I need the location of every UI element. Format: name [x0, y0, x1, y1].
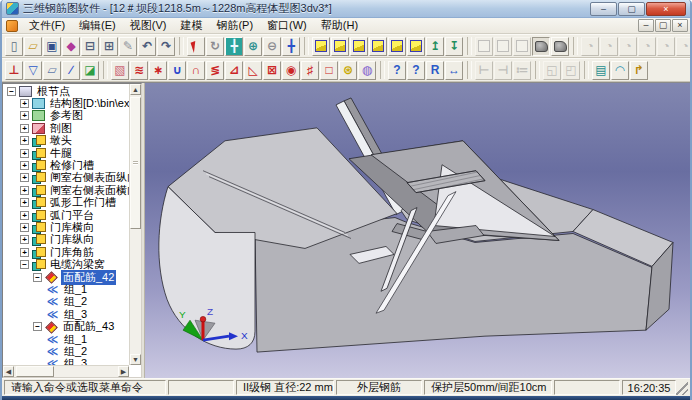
query-1-button[interactable]: ?: [388, 61, 406, 80]
expand-icon[interactable]: +: [20, 223, 29, 232]
scroll-down-icon[interactable]: ▼: [130, 354, 141, 365]
pour-1-button[interactable]: ◔: [581, 37, 599, 56]
view-top-button[interactable]: [407, 37, 425, 56]
view-manager-button[interactable]: ◆: [62, 37, 80, 56]
collapse-icon[interactable]: −: [33, 273, 42, 282]
menu-item-5[interactable]: 窗口(W): [260, 17, 314, 34]
funnel-button[interactable]: ▽: [24, 61, 42, 80]
expand-icon[interactable]: +: [20, 99, 29, 108]
pan-button[interactable]: ╋: [282, 37, 300, 56]
pour-4-button[interactable]: ◔: [638, 37, 656, 56]
menu-item-3[interactable]: 建模: [173, 17, 209, 34]
arch-rebar-button[interactable]: ∩: [187, 61, 205, 80]
layer-edit-button[interactable]: ◪: [81, 61, 99, 80]
save-button[interactable]: ▣: [43, 37, 61, 56]
menu-item-0[interactable]: 文件(F): [22, 17, 72, 34]
view-back-button[interactable]: [350, 37, 368, 56]
mdi-minimize-button[interactable]: –: [638, 19, 654, 32]
rebar-radial-button[interactable]: ∗: [149, 61, 167, 80]
maximize-button[interactable]: ▢: [618, 2, 645, 16]
open-folder-button[interactable]: ▱: [24, 37, 42, 56]
collapse-icon[interactable]: −: [33, 322, 42, 331]
expand-icon[interactable]: +: [20, 173, 29, 182]
pour-6-button[interactable]: ◔: [676, 37, 690, 56]
comb-rebar-button[interactable]: ♯: [301, 61, 319, 80]
scrollbar-thumb[interactable]: [130, 97, 141, 229]
tree-vertical-scrollbar[interactable]: ▲ ▼: [129, 84, 141, 365]
shaded-button[interactable]: [532, 37, 550, 56]
close-button[interactable]: ×: [646, 2, 686, 16]
sphere-tool-button[interactable]: ◍: [358, 61, 376, 80]
redo-button[interactable]: ↷: [157, 37, 175, 56]
expand-icon[interactable]: +: [20, 186, 29, 195]
mdi-close-button[interactable]: ×: [672, 19, 688, 32]
zigzag-rebar-button[interactable]: ≶: [206, 61, 224, 80]
undo-button[interactable]: ↶: [138, 37, 156, 56]
poly-rebar-button[interactable]: ⊿: [225, 61, 243, 80]
cmd-1-button[interactable]: ◱: [543, 61, 561, 80]
rebar-node-button[interactable]: ⊥: [5, 61, 23, 80]
menu-item-6[interactable]: 帮助(H): [314, 17, 365, 34]
view-iso-button[interactable]: [312, 37, 330, 56]
export-model-button[interactable]: ↱: [630, 61, 648, 80]
u-rebar-button[interactable]: ∪: [168, 61, 186, 80]
menu-item-2[interactable]: 视图(V): [123, 17, 174, 34]
wireframe-shaded-button[interactable]: [513, 37, 531, 56]
flip-up-button[interactable]: ↥: [426, 37, 444, 56]
scroll-left-icon[interactable]: ◀: [3, 366, 14, 377]
expand-icon[interactable]: +: [20, 149, 29, 158]
expand-icon[interactable]: +: [20, 248, 29, 257]
query-2-button[interactable]: ?: [407, 61, 425, 80]
collapse-icon[interactable]: −: [7, 87, 16, 96]
minimize-button[interactable]: –: [590, 2, 617, 16]
collapse-icon[interactable]: −: [20, 260, 29, 269]
select-button[interactable]: [187, 37, 205, 56]
zoom-in-button[interactable]: ⊕: [244, 37, 262, 56]
flip-down-button[interactable]: ↧: [445, 37, 463, 56]
scroll-right-icon[interactable]: ▶: [118, 366, 129, 377]
expand-icon[interactable]: +: [20, 124, 29, 133]
corner-rebar-button[interactable]: ◺: [244, 61, 262, 80]
view-front-button[interactable]: [331, 37, 349, 56]
fit-view-button[interactable]: ╋: [225, 37, 243, 56]
mdi-restore-button[interactable]: ▢: [655, 19, 671, 32]
cross-box-button[interactable]: ⊠: [263, 61, 281, 80]
measure-button[interactable]: ↔: [445, 61, 463, 80]
square-rebar-button[interactable]: □: [320, 61, 338, 80]
resize-grip[interactable]: [676, 380, 688, 395]
pour-2-button[interactable]: ◔: [600, 37, 618, 56]
expand-icon[interactable]: +: [20, 161, 29, 170]
pour-5-button[interactable]: ◔: [657, 37, 675, 56]
3d-viewport[interactable]: Y Z X: [145, 83, 690, 378]
query-r-button[interactable]: R: [426, 61, 444, 80]
expand-icon[interactable]: +: [20, 235, 29, 244]
annotate-pencil-button[interactable]: ✎: [119, 37, 137, 56]
new-file-button[interactable]: ▯: [5, 37, 23, 56]
circle-rebar-button[interactable]: ◉: [282, 61, 300, 80]
radial-star-button[interactable]: ⊛: [339, 61, 357, 80]
zoom-out-button[interactable]: ⊖: [263, 37, 281, 56]
scrollbar-thumb[interactable]: [16, 366, 54, 377]
hidden-line-button[interactable]: [494, 37, 512, 56]
arc-view-button[interactable]: ◠: [611, 61, 629, 80]
rebar-curve-button[interactable]: ≋: [130, 61, 148, 80]
dim-2-button[interactable]: ⊣: [494, 61, 512, 80]
expand-icon[interactable]: +: [20, 136, 29, 145]
rotate-view-button[interactable]: ↻: [206, 37, 224, 56]
plane-tool-button[interactable]: ▱: [43, 61, 61, 80]
export-button[interactable]: ⊞: [100, 37, 118, 56]
menu-item-1[interactable]: 编辑(E): [72, 17, 123, 34]
dim-3-button[interactable]: ≔: [513, 61, 531, 80]
view-right-button[interactable]: [388, 37, 406, 56]
shaded-edges-button[interactable]: [551, 37, 569, 56]
expand-icon[interactable]: +: [20, 198, 29, 207]
dim-1-button[interactable]: ⊢: [475, 61, 493, 80]
tree-item[interactable]: ≪组_3: [3, 358, 129, 365]
menu-item-4[interactable]: 钢筋(P): [209, 17, 260, 34]
cmd-2-button[interactable]: ◰: [562, 61, 580, 80]
print-button[interactable]: ⊟: [81, 37, 99, 56]
pour-3-button[interactable]: ◔: [619, 37, 637, 56]
expand-icon[interactable]: +: [20, 211, 29, 220]
expand-icon[interactable]: +: [20, 111, 29, 120]
solid-box-button[interactable]: ▧: [111, 61, 129, 80]
